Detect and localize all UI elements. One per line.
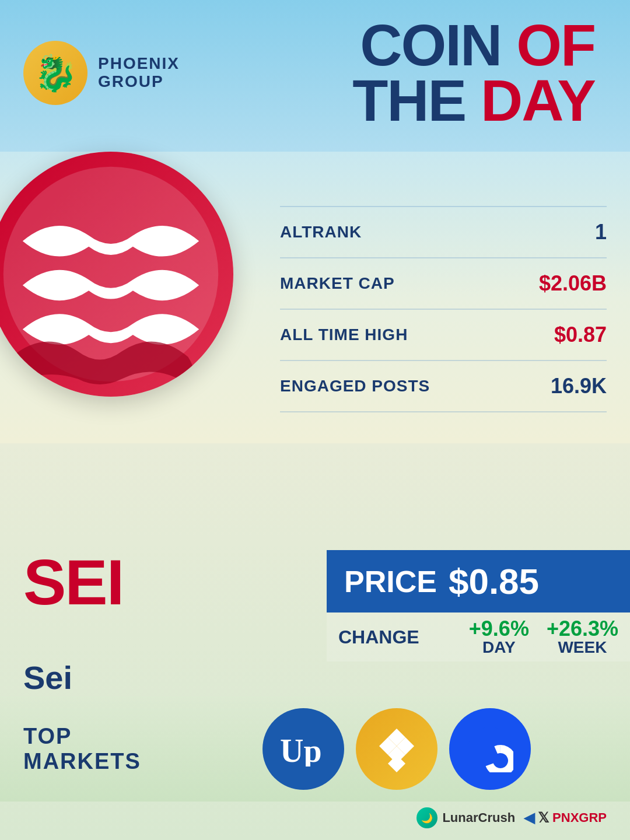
title-line2: THE DAY — [180, 73, 595, 128]
coin-ticker: SEI — [23, 550, 327, 614]
marketcap-label: MARKET CAP — [280, 274, 395, 293]
altrank-label: ALTRANK — [280, 223, 362, 242]
stats-panel: ALTRANK 1 MARKET CAP $2.06B ALL TIME HIG… — [268, 146, 607, 473]
title-the: THE — [352, 68, 481, 133]
market-icon-coinbase — [449, 708, 531, 790]
week-label: WEEK — [547, 639, 618, 656]
dragon-icon: 🐉 — [34, 52, 78, 94]
change-label: CHANGE — [338, 626, 452, 648]
brand-line1: PHOENIX — [98, 55, 180, 73]
ath-label: ALL TIME HIGH — [280, 326, 408, 344]
brand-name: PHOENIX GROUP — [98, 55, 180, 92]
day-pct: +9.6% — [469, 618, 529, 639]
day-label: DAY — [469, 639, 529, 656]
coin-ticker-block: SEI — [23, 550, 327, 662]
day-change: +9.6% DAY — [469, 618, 529, 656]
marketcap-row: MARKET CAP $2.06B — [280, 258, 607, 310]
title-day: DAY — [481, 68, 595, 133]
week-change: +26.3% WEEK — [547, 618, 618, 656]
top-markets-section: TOP MARKETS Up — [0, 696, 630, 802]
upbit-logo: Up — [277, 732, 330, 766]
bottom-section: SEI PRICE $0.85 CHANGE +9.6% DAY +26.3% … — [0, 550, 630, 840]
change-row: CHANGE +9.6% DAY +26.3% WEEK — [327, 612, 630, 662]
engaged-row: ENGAGED POSTS 16.9K — [280, 361, 607, 412]
market-icons: Up — [187, 708, 607, 790]
coin-fullname: Sei — [0, 659, 630, 696]
ath-row: ALL TIME HIGH $0.87 — [280, 310, 607, 361]
week-pct: +26.3% — [547, 618, 618, 639]
price-label: PRICE — [344, 564, 437, 599]
main-content: ALTRANK 1 MARKET CAP $2.06B ALL TIME HIG… — [0, 134, 630, 473]
price-banner: PRICE $0.85 — [327, 550, 630, 612]
marketcap-value: $2.06B — [539, 271, 607, 296]
altrank-row: ALTRANK 1 — [280, 206, 607, 258]
coin-logo-circle — [0, 152, 233, 397]
footer: 🌙 LunarCrush ◀ 𝕏 PNXGRP — [0, 802, 630, 840]
title-line1: COIN OF — [180, 18, 595, 73]
lunarcrush-badge: 🌙 LunarCrush — [416, 807, 515, 828]
page-title: COIN OF THE DAY — [180, 18, 607, 128]
altrank-value: 1 — [595, 220, 607, 244]
x-badge: ◀ 𝕏 PNXGRP — [524, 810, 607, 826]
brand-line2: GROUP — [98, 72, 180, 91]
engaged-value: 16.9K — [551, 374, 607, 398]
lunarcrush-icon: 🌙 — [416, 807, 438, 828]
brand-logo: 🐉 — [23, 41, 88, 105]
price-change-block: PRICE $0.85 CHANGE +9.6% DAY +26.3% WEEK — [327, 550, 630, 662]
coin-logo-container — [0, 146, 268, 473]
x-icon: 𝕏 — [538, 810, 549, 826]
top-markets-label: TOP MARKETS — [23, 724, 169, 774]
lunarcrush-label: LunarCrush — [442, 810, 515, 825]
sei-logo-svg — [1, 164, 221, 384]
svg-text:Up: Up — [280, 733, 322, 766]
price-value: $0.85 — [449, 561, 539, 602]
ath-value: $0.87 — [554, 323, 607, 347]
binance-logo — [373, 726, 420, 772]
header: 🐉 PHOENIX GROUP COIN OF THE DAY — [0, 0, 630, 134]
market-icon-binance — [356, 708, 438, 790]
arrow-icon: ◀ — [524, 810, 534, 826]
market-icon-upbit: Up — [262, 708, 344, 790]
pnxgrp-handle: PNXGRP — [552, 810, 607, 825]
coinbase-logo — [467, 726, 513, 772]
engaged-label: ENGAGED POSTS — [280, 377, 430, 396]
